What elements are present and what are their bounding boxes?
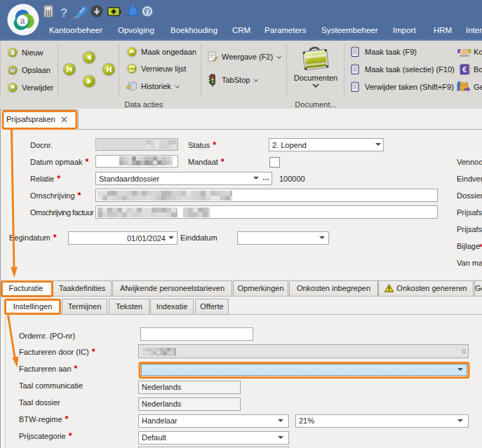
svg-text:€: € xyxy=(462,66,467,74)
svg-text:a: a xyxy=(20,16,25,26)
svg-text:?: ? xyxy=(60,6,67,20)
